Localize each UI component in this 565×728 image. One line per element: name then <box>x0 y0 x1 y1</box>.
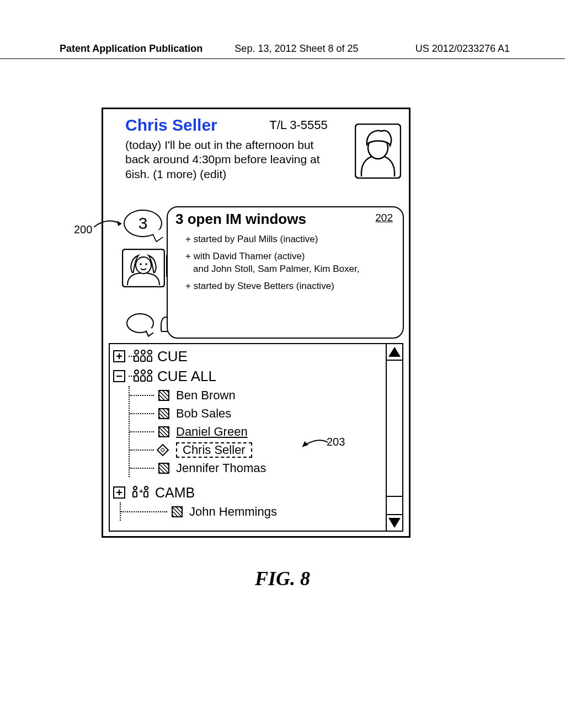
callout-203: 203 <box>327 436 345 448</box>
contact-chris-seller[interactable]: Chris Seller <box>158 441 383 459</box>
contact-bob-sales[interactable]: Bob Sales <box>158 404 383 422</box>
status-diamond-icon <box>157 443 169 456</box>
contact-jennifer-thomas[interactable]: Jennifer Thomas <box>158 459 383 477</box>
contact-tree-panel: + CUE − CUE ALL <box>109 343 403 532</box>
pub-label: Patent Application Publication <box>60 43 202 55</box>
contact-john-hemmings[interactable]: .leaf[data-name="contact-john-hemmings"]… <box>172 502 383 521</box>
selected-contact-box: Chris Seller <box>176 442 252 458</box>
figure-caption: FIG. 8 <box>0 567 565 590</box>
popup-title: 3 open IM windows <box>175 211 306 227</box>
leader-200 <box>94 218 124 229</box>
user-avatar-large <box>355 124 401 179</box>
im-item-3[interactable]: + started by Steve Betters (inactive) <box>185 280 395 293</box>
expander-plus-icon[interactable]: + <box>113 350 125 362</box>
group-cue-all[interactable]: − CUE ALL <box>113 366 383 386</box>
contact-avatar-icon <box>122 249 165 287</box>
group-label: CUE <box>157 348 188 365</box>
status-message[interactable]: (today) I'll be out in the afternoon but… <box>125 138 329 181</box>
group-cue[interactable]: + CUE <box>113 346 383 366</box>
im-count-badge[interactable]: 3 <box>124 210 167 243</box>
user-card: Chris Seller T/L 3-5555 (today) I'll be … <box>103 109 409 206</box>
status-icon <box>158 463 169 474</box>
status-icon <box>158 426 169 437</box>
im-popup: 3 open IM windows 202 + started by Paul … <box>167 206 404 339</box>
status-icon <box>172 506 183 517</box>
group-icon <box>134 350 154 363</box>
tie-line: T/L 3-5555 <box>269 118 328 132</box>
contact-daniel-green[interactable]: Daniel Green <box>158 422 383 441</box>
im-item-2[interactable]: + with David Thamer (active) and John St… <box>185 250 395 276</box>
im-count: 3 <box>138 214 148 233</box>
app-window: Chris Seller T/L 3-5555 (today) I'll be … <box>102 108 411 538</box>
group-icon <box>134 370 154 383</box>
tree-scrollbar[interactable] <box>386 344 402 531</box>
popup-ref-202: 202 <box>375 212 393 224</box>
group-icon: + <box>133 486 152 499</box>
scroll-down-icon[interactable] <box>388 518 401 528</box>
pub-number: US 2012/0233276 A1 <box>415 43 510 55</box>
group-camb[interactable]: + + CAMB <box>113 483 383 502</box>
svg-point-4 <box>140 263 142 265</box>
header-rule <box>0 58 565 59</box>
svg-point-3 <box>136 257 151 274</box>
status-icon <box>158 408 169 419</box>
svg-point-5 <box>145 263 147 265</box>
group-label: CAMB <box>155 485 195 501</box>
status-icon <box>158 390 169 401</box>
group-label: CUE ALL <box>157 368 216 385</box>
expander-plus-icon[interactable]: + <box>113 486 125 499</box>
leader-203 <box>301 438 328 449</box>
page-header: Patent Application Publication Sep. 13, … <box>60 43 510 55</box>
contact-ben-brown[interactable]: Ben Brown <box>158 386 383 404</box>
scroll-up-icon[interactable] <box>388 347 401 357</box>
user-name: Chris Seller <box>125 116 217 135</box>
im-item-1[interactable]: + started by Paul Mills (inactive) <box>185 233 395 246</box>
speech-bubble-icon <box>126 313 154 333</box>
callout-200: 200 <box>74 223 92 236</box>
date-sheet: Sep. 13, 2012 Sheet 8 of 25 <box>234 43 358 55</box>
expander-minus-icon[interactable]: − <box>113 370 125 382</box>
